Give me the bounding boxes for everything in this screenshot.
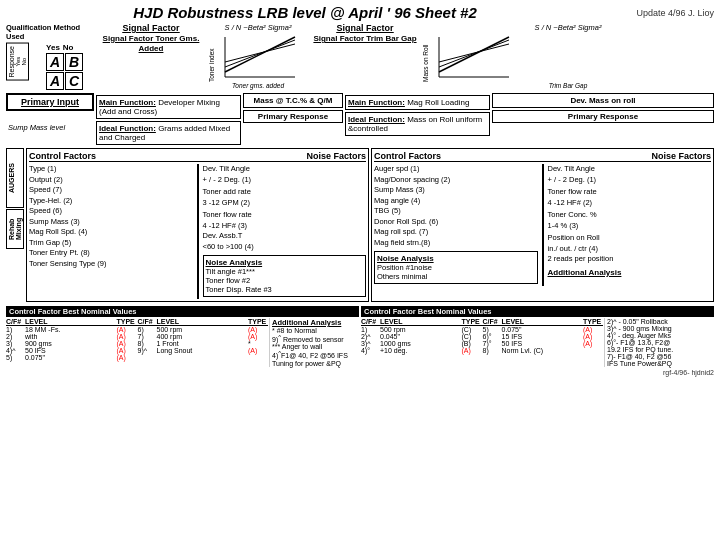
aa-r-3: 6)°- F1@ 13.6, F2@ <box>607 339 714 346</box>
r-ctrl-2: Sump Mass (3) <box>374 185 538 196</box>
primary-response-label-5: Primary Response <box>492 110 714 123</box>
additional-analysis-right-box: Additional Analysis <box>548 268 712 277</box>
noise-item-2: Toner add rate <box>203 187 367 198</box>
right-factors-panel: Control Factors Noise Factors Auger spd … <box>371 148 714 302</box>
control-list-right: Auger spd (1) Mag/Donor spacing (2) Sump… <box>374 164 538 286</box>
svg-line-7 <box>439 37 509 72</box>
sn-sigma-2: S / N ~Beta² Sigma² <box>422 23 714 32</box>
rehab-label: Rehab Mixing <box>6 209 24 249</box>
r-noise-8: 2 reads per position <box>548 254 712 265</box>
r-ctrl-0: Auger spd (1) <box>374 164 538 175</box>
noise-divider-left <box>197 164 199 299</box>
primary-input-box: Primary Input <box>6 93 94 111</box>
control-factors-label-left: Control Factors <box>29 151 96 161</box>
additional-analysis-title-right: Additional Analysis <box>548 268 712 277</box>
additional-analysis-right2: 2)^ - 0.05" Rollback 3)^ - 900 gms Mixin… <box>604 318 714 367</box>
cf-best-right-text: Control Factor Best Nominal Values <box>364 307 492 316</box>
ctrl-item-5: Sump Mass (3) <box>29 217 193 228</box>
r-noise-0: Dev. Tilt Angle <box>548 164 712 175</box>
noise-item-5: 4 -12 HF# (3) <box>203 221 367 232</box>
r-noise-7: in./ out. / ctr (4) <box>548 244 712 255</box>
sn-sigma-1: S / N ~Beta² Sigma² <box>208 23 308 32</box>
mass-box: Mass @ T.C.% & Q/M <box>243 93 343 108</box>
cell-A1: A <box>46 53 64 71</box>
control-factors-label-right: Control Factors <box>374 151 441 161</box>
primary-response-col3: Mass @ T.C.% & Q/M Primary Response <box>243 93 343 123</box>
noise-list-right: Dev. Tilt Angle + / - 2 Deg. (1) Toner f… <box>548 164 712 286</box>
cf-best-right-label: Control Factor Best Nominal Values <box>361 306 714 317</box>
aa-l-4: Tuning for power &PQ <box>272 360 359 367</box>
qual-method-title: Qualification Method Used <box>6 23 94 41</box>
response-label: Response Yes No <box>6 43 29 81</box>
nom-row-l-3: 4)^ 50 IFS (A) 9)^ Long Snout (A) <box>6 347 268 354</box>
nom-row-l-1: 2) with (A) 7) 400 rpm (A) <box>6 333 268 340</box>
noise-analysis-left: Noise Analysis Tilt angle #1*** Toner fl… <box>203 255 367 297</box>
noise-analysis-title-right: Noise Analysis <box>377 254 535 263</box>
main-fn-box-2: Main Function: Developer Mixing (Add and… <box>96 95 241 119</box>
noise-list-left: Dev. Tilt Angle + / - 2 Deg. (1) Toner a… <box>203 164 367 299</box>
ctrl-item-3: Type-Hel. (2) <box>29 196 193 207</box>
chart-1: Toner index <box>208 32 308 82</box>
bottom-left: Control Factor Best Nominal Values C/F# … <box>6 304 359 376</box>
noise-item-0: Dev. Tilt Angle <box>203 164 367 175</box>
noise-item-7: <60 to >100 (4) <box>203 242 367 253</box>
nom-row-l-2: 3) 900 gms (A) 8) 1 Front * <box>6 340 268 347</box>
aa-r-4: 19.2 IFS for PQ tune. <box>607 346 714 353</box>
nominal-table-right: C/F# LEVEL TYPE C/F# LEVEL TYPE 1) 500 r… <box>361 318 714 367</box>
toner-axis-label: Toner index <box>208 32 215 82</box>
nom-row-l-4: 5) 0.075" (A) <box>6 354 268 361</box>
noise-factors-label-right: Noise Factors <box>651 151 711 161</box>
aa-l-3: 4)^F1@ 40, F2 @56 IFS <box>272 350 359 359</box>
noise-analysis-title-left: Noise Analysis <box>206 258 364 267</box>
page: HJD Robustness LRB level @ April ' 96 Sh… <box>0 0 720 540</box>
r-noise-6: Position on Roll <box>548 233 712 244</box>
bottom-nominal-area: Control Factor Best Nominal Values C/F# … <box>6 304 714 376</box>
aa-r-6: IFS Tune Power&PQ <box>607 360 714 367</box>
cell-C: C <box>65 72 83 90</box>
sump-mass-label: Sump Mass level <box>6 123 94 132</box>
add-analysis-left-title: Additional Analysis <box>272 318 359 327</box>
qual-table: Yes No A B A C <box>31 43 83 90</box>
ctrl-item-0: Type (1) <box>29 164 193 175</box>
middle-row: Primary Input Sump Mass level Main Funct… <box>6 93 714 145</box>
control-list-left: Type (1) Output (2) Speed (7) Type-Hel. … <box>29 164 193 299</box>
r-noise-1: + / - 2 Deg. (1) <box>548 175 712 186</box>
all-factors-area: AUGERS Rehab Mixing Control Factors Nois… <box>6 148 714 302</box>
left-factors-body: Type (1) Output (2) Speed (7) Type-Hel. … <box>29 164 366 299</box>
nom-header-right: C/F# LEVEL TYPE C/F# LEVEL TYPE <box>361 318 603 326</box>
augers-label: AUGERS <box>6 148 24 208</box>
na-item-0: Tilt angle #1*** <box>206 267 364 276</box>
main-fn-col2: Main Function: Developer Mixing (Add and… <box>96 93 241 145</box>
trim-bar-label: Trim Bar Gap <box>422 82 714 89</box>
r-noise-3: 4 -12 HF# (2) <box>548 198 712 209</box>
cell-B: B <box>65 53 83 71</box>
nom-row-r-0: 1) 500 rpm (C) 5) 0.075" (A) <box>361 326 603 333</box>
main-fn-col4: Main Function: Mag Roll Loading Ideal Fu… <box>345 93 490 136</box>
noise-analysis-right: Noise Analysis Position #1noise Others m… <box>374 251 538 284</box>
aa-l-1: 9)^ Removed to sensor <box>272 334 359 343</box>
r-na-item-1: Others minimal <box>377 272 535 281</box>
right-factors-headers: Control Factors Noise Factors <box>374 151 711 162</box>
aa-r-0: 2)^ - 0.05" Rollback <box>607 318 714 325</box>
ctrl-item-9: Toner Sensing Type (9) <box>29 259 193 270</box>
footer: rgf-4/96- hjdnid2 <box>361 369 714 376</box>
r-ctrl-4: TBG (5) <box>374 206 538 217</box>
right-factors-body: Auger spd (1) Mag/Donor spacing (2) Sump… <box>374 164 711 286</box>
qual-method-col: Qualification Method Used Response Yes N… <box>6 23 94 90</box>
chart-col1: S / N ~Beta² Sigma² Toner index Toner gm… <box>208 23 308 89</box>
chart-svg-1 <box>220 32 308 82</box>
nom-row-r-2: 3)^ 1000 gms (B) 7)° 50 IFS (A) <box>361 340 603 347</box>
r-noise-5: 1-4 % (3) <box>548 221 712 232</box>
ctrl-item-6: Mag Roll Spd. (4) <box>29 227 193 238</box>
aa-l-2: *** Anger to wall <box>272 343 359 350</box>
primary-input-section: Primary Input Sump Mass level <box>6 93 94 132</box>
header: HJD Robustness LRB level @ April ' 96 Sh… <box>6 4 714 21</box>
noise-item-3: 3 -12 GPM (2) <box>203 198 367 209</box>
signal-factor-title-4: Signal Factor Signal Factor Trim Bar Gap <box>310 23 420 43</box>
left-factors-panel: Control Factors Noise Factors Type (1) O… <box>26 148 369 302</box>
r-ctrl-3: Mag angle (4) <box>374 196 538 207</box>
chart-2: Mass on Roll <box>422 32 714 82</box>
noise-factors-label-left: Noise Factors <box>306 151 366 161</box>
svg-line-9 <box>439 44 509 62</box>
noise-item-1: + / - 2 Deg. (1) <box>203 175 367 186</box>
